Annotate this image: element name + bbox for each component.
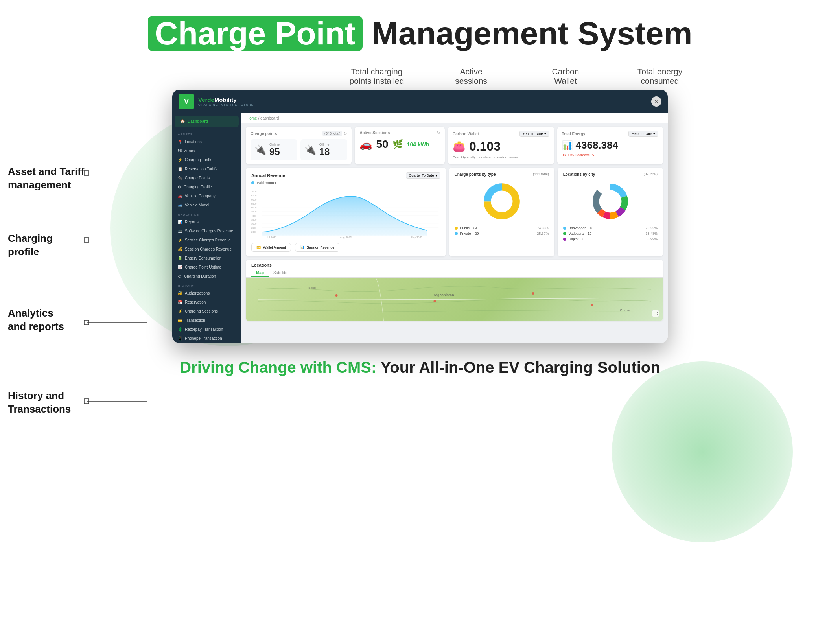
annot-analytics: Analyticsand reports	[8, 307, 64, 334]
sidebar-item-charging-sessions[interactable]: ⚡Charging Sessions	[172, 307, 241, 316]
sessions-kwh: 104 kWh	[407, 141, 429, 147]
type-donut-svg	[480, 180, 523, 223]
city-total: (89 total)	[643, 172, 658, 177]
tab-map[interactable]: Map	[251, 269, 269, 277]
energy-title: Total Energy	[562, 132, 586, 136]
chart-area-fill	[262, 196, 427, 236]
active-sessions-refresh[interactable]: ↻	[437, 131, 440, 135]
logo-area: V VerdeMobility CHARGING INTO THE FUTURE	[179, 94, 254, 109]
svg-point-56	[434, 300, 436, 302]
phonepe-icon: 📱	[178, 336, 182, 341]
section-assets: ASSETS	[172, 129, 241, 137]
tagline-suffix: Your All-in-One EV Charging Solution	[376, 359, 660, 376]
sidebar-item-vehicle-company[interactable]: 🚗Vehicle Company	[172, 192, 241, 201]
sidebar-item-phonepe[interactable]: 📱Phonepe Transaction	[172, 334, 241, 343]
type-donut-wrapper	[455, 180, 549, 223]
session-revenue-btn[interactable]: 📊 Session Revenue	[295, 243, 340, 252]
sidebar-item-vehicle-model[interactable]: 🚙Vehicle Model	[172, 201, 241, 210]
sidebar-item-reservation[interactable]: 📅Reservation	[172, 298, 241, 307]
sidebar-item-software-charges[interactable]: 💻Software Charges Revenue	[172, 227, 241, 236]
chart-buttons: 💳 Wallet Amount 📊 Session Revenue	[251, 243, 440, 252]
sessions-icon: ⚡	[178, 309, 182, 313]
map-terrain-svg	[246, 278, 663, 321]
locations-icon: 📍	[178, 140, 182, 144]
svg-text:5000: 5000	[251, 206, 257, 209]
vadodara-pct: 13.48%	[645, 232, 658, 236]
col-label-tec: Total energy consumed	[613, 67, 707, 86]
chevron-down-icon: ▾	[544, 132, 546, 136]
brand-name: VerdeMobility	[198, 96, 254, 103]
sidebar-item-dashboard[interactable]: 🏠 Dashboard	[175, 116, 239, 127]
svg-text:7000: 7000	[251, 190, 257, 193]
charge-points-title: Charge points	[251, 131, 277, 136]
sessions-car-icon: 🚗	[359, 138, 372, 151]
annual-revenue-card: Annual Revenue Quarter To Date ▾ Paid Am…	[246, 168, 446, 256]
public-pct: 74.33%	[537, 226, 549, 230]
sidebar-item-transaction[interactable]: 💳Transaction	[172, 316, 241, 325]
map-expand-btn[interactable]: ⛶	[652, 310, 659, 317]
city-title: Locations by city	[563, 172, 595, 177]
sidebar-item-charging-tariffs[interactable]: ⚡Charging Tariffs	[172, 155, 241, 164]
sidebar-item-charging-profile[interactable]: ⚙Charging Profile	[172, 182, 241, 192]
online-value: 95	[269, 146, 280, 157]
svg-text:4000: 4000	[251, 215, 257, 217]
bhavnagar-dot	[563, 227, 566, 230]
revenue-dropdown[interactable]: Quarter To Date ▾	[406, 172, 440, 179]
svg-text:2000: 2000	[251, 231, 257, 233]
offline-value: 18	[319, 146, 330, 157]
sidebar-item-service-charges[interactable]: ⚡Service Charges Revenue	[172, 236, 241, 245]
sidebar-item-session-charges[interactable]: 💰Session Charges Revenue	[172, 245, 241, 254]
sidebar-item-reports[interactable]: 📊Reports	[172, 217, 241, 227]
energy-dropdown[interactable]: Year To Date ▾	[628, 131, 658, 137]
sidebar-item-energy[interactable]: 🔋Engery Consumption	[172, 254, 241, 263]
razorpay-icon: 💲	[178, 327, 182, 332]
svg-point-57	[532, 292, 534, 295]
sidebar-item-uptime[interactable]: 📈Charge Point Uptime	[172, 263, 241, 272]
offline-icon: 🔌	[304, 144, 316, 155]
map-region-kabul: Kabul	[308, 286, 316, 290]
col-label-cw: Carbon Wallet	[518, 67, 613, 86]
zones-icon: 🗺	[178, 149, 182, 153]
reports-icon: 📊	[178, 220, 182, 224]
sidebar-item-reservation-tariffs[interactable]: 📋Reservation Tariffs	[172, 164, 241, 173]
private-pct: 25.67%	[537, 232, 549, 236]
charge-points-refresh[interactable]: ↻	[344, 131, 347, 136]
profile-icon: ⚙	[178, 185, 181, 189]
svg-text:Aug-2023: Aug-2023	[340, 236, 352, 239]
carbon-wallet-icon: 👛	[453, 140, 465, 153]
map-body: Afghanistan Kabul China ⛶	[246, 278, 663, 321]
res-icon: 📅	[178, 300, 182, 304]
active-sessions-content: 🚗 50 🌿 104 kWh	[359, 138, 440, 151]
page-root: Charge Point Management System Total cha…	[0, 0, 840, 621]
wallet-amount-btn[interactable]: 💳 Wallet Amount	[251, 243, 291, 252]
type-title: Charge points by type	[455, 172, 496, 177]
rajkot-dot	[563, 238, 566, 241]
energy-icon: 🔋	[178, 256, 182, 260]
locations-by-city-card: Locations by city (89 total)	[558, 168, 663, 256]
sidebar-item-zones[interactable]: 🗺Zones	[172, 146, 241, 155]
sidebar-item-auth[interactable]: 🔐Authorizations	[172, 289, 241, 298]
session-icon: 💰	[178, 247, 182, 251]
sidebar-item-locations[interactable]: 📍Locations	[172, 137, 241, 146]
charge-points-meta: (348 total) ↻	[322, 131, 347, 136]
sidebar-item-razorpay[interactable]: 💲Razorpay Transaction	[172, 325, 241, 334]
trend-icon: ↘	[591, 153, 595, 157]
sidebar-item-charging-duration[interactable]: ⏱Charging Duration	[172, 272, 241, 281]
map-card: Locations Map Satellite	[246, 260, 663, 321]
type-header: Charge points by type (113 total)	[455, 172, 549, 177]
res-tariffs-icon: 📋	[178, 167, 182, 171]
revenue-title: Annual Revenue	[251, 173, 285, 178]
svg-rect-19	[84, 399, 89, 404]
auth-icon: 🔐	[178, 291, 182, 295]
main-content: Home / dashboard Charge points (348 tota…	[241, 113, 668, 343]
carbon-header: Carbon Wallet Year To Date ▾	[453, 131, 549, 137]
service-icon: ⚡	[178, 238, 182, 242]
sessions-count: 50	[376, 138, 388, 151]
tab-satellite[interactable]: Satellite	[269, 269, 292, 277]
carbon-dropdown[interactable]: Year To Date ▾	[519, 131, 549, 137]
stats-row: Charge points (348 total) ↻ 🔌	[241, 123, 668, 168]
revenue-chevron-icon: ▾	[435, 173, 437, 177]
close-btn[interactable]: ✕	[651, 96, 661, 107]
online-icon: 🔌	[254, 144, 266, 155]
sidebar-item-charge-points[interactable]: 🔌Charge Points	[172, 173, 241, 182]
